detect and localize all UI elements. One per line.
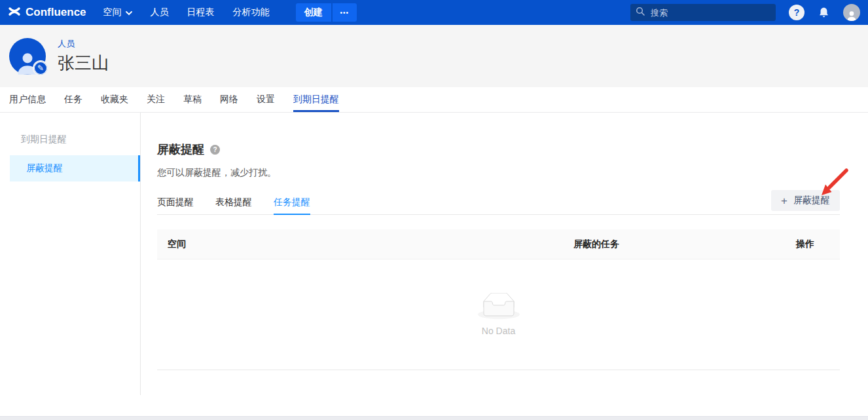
- column-header-blocked-task: 屏蔽的任务: [563, 239, 786, 250]
- nav-people[interactable]: 人员: [151, 7, 169, 18]
- user-avatar[interactable]: [843, 4, 860, 21]
- title-help-icon[interactable]: ?: [210, 145, 220, 155]
- tab-due-date-reminders[interactable]: 到期日提醒: [293, 87, 339, 112]
- nav-spaces-label: 空间: [103, 7, 122, 18]
- help-button[interactable]: ?: [789, 5, 805, 20]
- search-box[interactable]: [630, 4, 776, 21]
- tab-page-reminders[interactable]: 页面提醒: [157, 190, 194, 214]
- tab-task-reminders[interactable]: 任务提醒: [274, 190, 310, 214]
- main-title-row: 屏蔽提醒 ?: [157, 142, 840, 157]
- empty-text: No Data: [482, 326, 515, 336]
- add-block-reminder-button[interactable]: + 屏蔽提醒: [771, 190, 840, 211]
- tab-watches[interactable]: 关注: [147, 87, 165, 112]
- empty-inbox-icon: [478, 293, 520, 320]
- reminder-type-tabs: 页面提醒 表格提醒 任务提醒 + 屏蔽提醒: [157, 190, 840, 215]
- profile-header: ✎ 人员 张三山: [0, 25, 868, 87]
- tab-settings[interactable]: 设置: [257, 87, 275, 112]
- tab-user-info[interactable]: 用户信息: [9, 87, 46, 112]
- profile-name: 张三山: [58, 52, 109, 75]
- sidebar-item-block-reminders[interactable]: 屏蔽提醒: [10, 155, 140, 181]
- main-panel: 屏蔽提醒 ? 您可以屏蔽提醒，减少打扰。 页面提醒 表格提醒 任务提醒 + 屏蔽…: [141, 113, 868, 416]
- search-icon: [636, 7, 645, 18]
- tab-favorites[interactable]: 收藏夹: [101, 87, 128, 112]
- add-block-reminder-label: 屏蔽提醒: [793, 195, 830, 206]
- profile-text: 人员 张三山: [58, 38, 109, 75]
- create-button[interactable]: 创建: [296, 3, 331, 22]
- top-nav-links: 空间 人员 日程表 分析功能: [103, 7, 288, 18]
- confluence-page: Confluence 空间 人员 日程表 分析功能 创建 ••• ?: [0, 0, 868, 420]
- sidebar-header: 到期日提醒: [0, 113, 140, 145]
- profile-tab-bar: 用户信息 任务 收藏夹 关注 草稿 网络 设置 到期日提醒: [0, 87, 868, 113]
- person-icon: [846, 10, 858, 21]
- content-area: 到期日提醒 屏蔽提醒 屏蔽提醒 ? 您可以屏蔽提醒，减少打扰。 页面提醒 表格提…: [0, 113, 868, 416]
- tab-drafts[interactable]: 草稿: [183, 87, 202, 112]
- table-body: No Data: [157, 259, 840, 370]
- footer-strip: [0, 416, 868, 420]
- tab-tasks[interactable]: 任务: [64, 87, 82, 112]
- page-title: 屏蔽提醒: [157, 142, 204, 157]
- pencil-icon: ✎: [37, 64, 44, 73]
- confluence-logo[interactable]: Confluence: [8, 5, 86, 21]
- more-menu-button[interactable]: •••: [333, 3, 357, 22]
- search-input[interactable]: [649, 7, 770, 18]
- sidebar: 到期日提醒 屏蔽提醒: [0, 113, 141, 395]
- notifications-button[interactable]: [818, 7, 830, 19]
- tab-network[interactable]: 网络: [220, 87, 238, 112]
- empty-state: No Data: [478, 293, 520, 336]
- nav-spaces[interactable]: 空间: [103, 7, 132, 18]
- confluence-logo-icon: [8, 5, 21, 21]
- edit-avatar-badge[interactable]: ✎: [33, 60, 48, 76]
- nav-calendars[interactable]: 日程表: [187, 7, 215, 18]
- nav-analytics[interactable]: 分析功能: [233, 7, 270, 18]
- table-header-row: 空间 屏蔽的任务 操作: [157, 229, 840, 259]
- bell-icon: [818, 7, 830, 19]
- plus-icon: +: [781, 195, 787, 206]
- tab-table-reminders[interactable]: 表格提醒: [215, 190, 252, 214]
- column-header-actions: 操作: [786, 239, 840, 250]
- top-navbar: Confluence 空间 人员 日程表 分析功能 创建 ••• ?: [0, 0, 868, 25]
- profile-type-label: 人员: [58, 38, 109, 50]
- chevron-down-icon: [126, 7, 132, 18]
- profile-avatar[interactable]: ✎: [9, 38, 46, 75]
- blocked-tasks-table: 空间 屏蔽的任务 操作: [157, 229, 840, 370]
- column-header-space: 空间: [157, 239, 563, 250]
- question-mark-icon: ?: [794, 7, 800, 18]
- page-description: 您可以屏蔽提醒，减少打扰。: [157, 167, 840, 179]
- confluence-logo-text: Confluence: [26, 6, 86, 19]
